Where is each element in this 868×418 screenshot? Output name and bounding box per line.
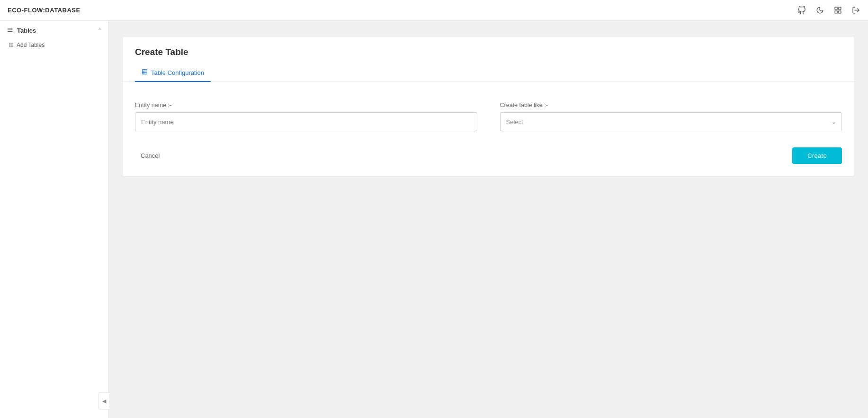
svg-rect-2 [838,11,841,13]
svg-rect-3 [835,11,837,13]
select-wrapper: Select ⌄ [500,112,842,131]
card-header: Create Table Table Configuration [123,36,854,89]
create-table-like-label: Create table like :- [500,102,842,109]
entity-name-label: Entity name :- [135,102,477,109]
github-icon[interactable] [797,6,806,15]
brand-label: ECO-FLOW:DATABASE [8,7,81,14]
add-icon: ⊞ [9,41,14,48]
svg-rect-1 [838,7,841,9]
sidebar-chevron-icon[interactable]: ⌃ [98,27,102,34]
table-config-icon [142,69,148,76]
form-row: Entity name :- Create table like :- Sele… [135,102,842,131]
dark-mode-icon[interactable] [815,6,824,15]
add-tables-label: Add Tables [17,42,45,48]
tables-section-label: Tables [17,27,36,34]
create-table-like-select[interactable]: Select [500,112,842,131]
tab-configuration-label: Table Configuration [151,69,204,76]
sidebar: Tables ⌃ ⊞ Add Tables ◀ [0,21,109,418]
content-area: Create Table Table Configuration [109,21,868,418]
create-button[interactable]: Create [792,147,842,164]
tab-bar: Table Configuration [123,65,854,82]
create-table-card: Create Table Table Configuration [122,36,855,177]
sidebar-tables-section[interactable]: Tables [7,27,36,35]
form-section: Entity name :- Create table like :- Sele… [123,89,854,176]
add-tables-button[interactable]: ⊞ Add Tables [0,38,108,51]
collapse-icon: ◀ [102,398,106,404]
topnav: ECO-FLOW:DATABASE [0,0,868,21]
topnav-icons [797,6,860,15]
logout-icon[interactable] [851,6,860,15]
entity-name-input[interactable] [135,112,477,131]
main-layout: Tables ⌃ ⊞ Add Tables ◀ Create Table [0,21,868,418]
sidebar-section-header: Tables ⌃ [0,21,108,38]
svg-rect-0 [835,7,837,9]
sidebar-collapse-button[interactable]: ◀ [98,392,109,409]
entity-name-group: Entity name :- [135,102,477,131]
create-table-like-group: Create table like :- Select ⌄ [500,102,842,131]
form-actions: Cancel Create [135,145,842,164]
tables-list-icon [7,27,13,35]
tab-table-configuration[interactable]: Table Configuration [135,65,211,82]
cancel-button[interactable]: Cancel [135,148,165,163]
svg-rect-8 [143,70,147,74]
card-title: Create Table [135,47,842,57]
layout-icon[interactable] [833,6,842,15]
